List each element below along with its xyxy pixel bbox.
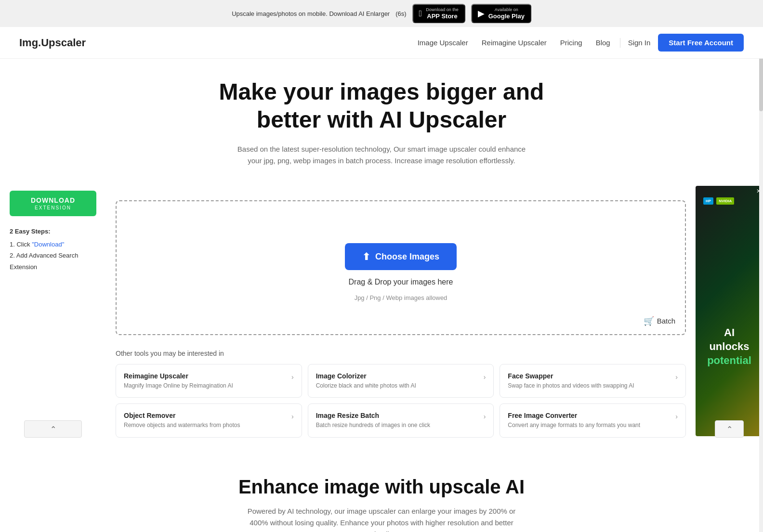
right-scroll-up-button[interactable]: ⌃ <box>715 420 744 438</box>
tool-card-image-resize[interactable]: Image Resize Batch Batch resize hundreds… <box>308 403 494 438</box>
drag-drop-text: Drag & Drop your images here <box>349 278 453 286</box>
nav-pricing[interactable]: Pricing <box>560 39 582 47</box>
drop-zone[interactable]: ⬆ Choose Images Drag & Drop your images … <box>116 200 686 335</box>
appstore-sub: Download on the <box>426 7 459 13</box>
advertisement-block: ✕ HP NVIDIA AI unlocks potential <box>696 186 763 436</box>
googleplay-button[interactable]: ▶ Available on Google Play <box>471 4 531 23</box>
nav-links: Image Upscaler Reimagine Upscaler Pricin… <box>418 39 610 47</box>
nav-blog[interactable]: Blog <box>596 39 610 47</box>
appstore-button[interactable]:  Download on the APP Store <box>412 4 465 23</box>
enhance-desc: Powered by AI technology, our image upsc… <box>247 506 516 532</box>
tool-card-image-converter[interactable]: Free Image Converter Convert any image f… <box>500 403 686 438</box>
top-banner: Upscale images/photos on mobile. Downloa… <box>0 0 763 27</box>
allowed-formats: Jpg / Png / Webp images allowed <box>355 294 447 301</box>
upload-icon: ⬆ <box>362 251 370 262</box>
download-extension-button[interactable]: DOWNLOAD EXTENSION <box>10 191 96 216</box>
center-content: ⬆ Choose Images Drag & Drop your images … <box>106 181 696 448</box>
hero-section: Make your images bigger and better with … <box>0 59 763 166</box>
chevron-right-icon: › <box>484 373 486 381</box>
apple-icon:  <box>419 9 422 19</box>
chevron-right-icon: › <box>675 373 678 381</box>
hero-title: Make your images bigger and better with … <box>96 78 667 133</box>
start-free-button[interactable]: Start Free Account <box>658 34 744 52</box>
other-tools-title: Other tools you may be interested in <box>116 350 686 357</box>
ad-text: AI unlocks potential <box>703 326 755 367</box>
ad-logos: HP NVIDIA <box>703 194 734 205</box>
enhance-section: Enhance image with upscale AI Powered by… <box>0 447 763 532</box>
sidebar-scroll-up-button[interactable]: ⌃ <box>24 420 82 438</box>
left-sidebar: DOWNLOAD EXTENSION 2 Easy Steps: 1. Clic… <box>0 181 106 448</box>
nav-reimagine-upscaler[interactable]: Reimagine Upscaler <box>482 39 547 47</box>
chevron-right-icon: › <box>675 413 678 420</box>
chevron-right-icon: › <box>291 373 294 381</box>
signin-button[interactable]: Sign In <box>620 35 658 51</box>
right-sidebar: ✕ HP NVIDIA AI unlocks potential ⌃ <box>696 181 763 448</box>
navbar: Img.Upscaler Image Upscaler Reimagine Up… <box>0 27 763 59</box>
nvidia-logo: NVIDIA <box>716 197 734 205</box>
batch-button[interactable]: 🛒 Batch <box>644 316 675 326</box>
other-tools-section: Other tools you may be interested in Rei… <box>116 350 686 438</box>
nav-image-upscaler[interactable]: Image Upscaler <box>418 39 468 47</box>
page-scrollbar[interactable] <box>759 0 763 532</box>
hp-logo: HP <box>703 197 713 205</box>
logo[interactable]: Img.Upscaler <box>19 37 86 49</box>
choose-images-button[interactable]: ⬆ Choose Images <box>345 243 457 270</box>
chevron-right-icon: › <box>484 413 486 420</box>
main-content: DOWNLOAD EXTENSION 2 Easy Steps: 1. Clic… <box>0 181 763 448</box>
googleplay-name: Google Play <box>488 13 525 20</box>
tool-card-colorizer[interactable]: Image Colorizer Colorize black and white… <box>308 364 494 398</box>
enhance-title: Enhance image with upscale AI <box>19 476 744 498</box>
hero-subtitle: Based on the latest super-resolution tec… <box>232 143 531 167</box>
tool-card-reimagine[interactable]: Reimagine Upscaler Magnify Image Online … <box>116 364 302 398</box>
easy-steps: 2 Easy Steps: 1. Click "Download" 2. Add… <box>10 226 96 273</box>
scrollbar-thumb[interactable] <box>759 53 763 111</box>
tool-card-object-remover[interactable]: Object Remover Remove objects and waterm… <box>116 403 302 438</box>
banner-text: Upscale images/photos on mobile. Downloa… <box>232 10 390 17</box>
banner-timer: (6s) <box>395 10 406 17</box>
chevron-right-icon: › <box>291 413 294 420</box>
batch-icon: 🛒 <box>644 316 654 326</box>
tools-grid: Reimagine Upscaler Magnify Image Online … <box>116 364 686 438</box>
googleplay-icon: ▶ <box>478 8 485 19</box>
appstore-name: APP Store <box>426 13 459 20</box>
googleplay-sub: Available on <box>488 7 525 13</box>
tool-card-face-swapper[interactable]: Face Swapper Swap face in photos and vid… <box>500 364 686 398</box>
